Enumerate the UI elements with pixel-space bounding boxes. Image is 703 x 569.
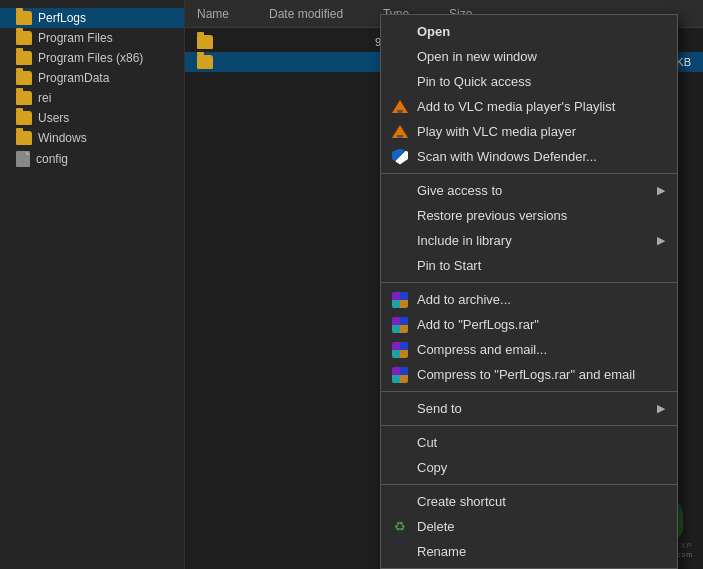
menu-item-label: Scan with Windows Defender... (417, 149, 597, 164)
menu-item-label: Compress to "PerfLogs.rar" and email (417, 367, 635, 382)
rar-icon (391, 366, 409, 384)
menu-item-label: Restore previous versions (417, 208, 567, 223)
submenu-arrow-icon: ▶ (657, 234, 665, 247)
menu-item-restore-versions[interactable]: Restore previous versions (381, 203, 677, 228)
menu-item-label: Create shortcut (417, 494, 506, 509)
sidebar-item-label: Windows (38, 131, 87, 145)
menu-item-label: Delete (417, 519, 455, 534)
recycle-icon: ♻ (391, 518, 409, 536)
sidebar-item-program-files[interactable]: Program Files (0, 28, 184, 48)
no-icon (391, 182, 409, 200)
menu-item-label: Rename (417, 544, 466, 559)
menu-item-delete[interactable]: ♻Delete (381, 514, 677, 539)
menu-item-compress-email[interactable]: Compress and email... (381, 337, 677, 362)
menu-separator (381, 282, 677, 283)
folder-icon (197, 55, 213, 69)
menu-item-pin-start[interactable]: Pin to Start (381, 253, 677, 278)
folder-icon (16, 71, 32, 85)
menu-item-label: Include in library (417, 233, 512, 248)
menu-item-label: Send to (417, 401, 462, 416)
defender-icon (391, 148, 409, 166)
menu-item-open[interactable]: Open (381, 19, 677, 44)
folder-icon (16, 131, 32, 145)
sidebar-item-label: Program Files (x86) (38, 51, 143, 65)
vlc-icon (391, 98, 409, 116)
no-icon (391, 459, 409, 477)
no-icon (391, 257, 409, 275)
menu-separator (381, 173, 677, 174)
rar-icon (391, 316, 409, 334)
menu-item-create-shortcut[interactable]: Create shortcut (381, 489, 677, 514)
sidebar-item-label: Program Files (38, 31, 113, 45)
sidebar-item-label: PerfLogs (38, 11, 86, 25)
no-icon (391, 493, 409, 511)
folder-icon (16, 31, 32, 45)
no-icon (391, 48, 409, 66)
sidebar-item-program-files-x86[interactable]: Program Files (x86) (0, 48, 184, 68)
menu-item-open-new-window[interactable]: Open in new window (381, 44, 677, 69)
sidebar: PerfLogsProgram FilesProgram Files (x86)… (0, 0, 185, 569)
file-icon (16, 151, 30, 167)
no-icon (391, 73, 409, 91)
folder-icon (16, 111, 32, 125)
submenu-arrow-icon: ▶ (657, 402, 665, 415)
menu-item-label: Add to VLC media player's Playlist (417, 99, 615, 114)
menu-item-label: Add to archive... (417, 292, 511, 307)
menu-item-rename[interactable]: Rename (381, 539, 677, 564)
folder-icon (197, 35, 213, 49)
sidebar-item-label: config (36, 152, 68, 166)
menu-item-label: Give access to (417, 183, 502, 198)
sidebar-item-windows[interactable]: Windows (0, 128, 184, 148)
menu-item-add-perflogs-rar[interactable]: Add to "PerfLogs.rar" (381, 312, 677, 337)
menu-item-send-to[interactable]: Send to▶ (381, 396, 677, 421)
rar-icon (391, 341, 409, 359)
menu-item-label: Pin to Quick access (417, 74, 531, 89)
col-date: Date modified (269, 7, 343, 21)
menu-item-add-archive[interactable]: Add to archive... (381, 287, 677, 312)
sidebar-item-label: rei (38, 91, 51, 105)
no-icon (391, 23, 409, 41)
no-icon (391, 434, 409, 452)
menu-item-play-vlc[interactable]: Play with VLC media player (381, 119, 677, 144)
sidebar-item-label: ProgramData (38, 71, 109, 85)
main-content: Name Date modified Type Size 9/15/2018 1… (185, 0, 703, 569)
menu-separator (381, 391, 677, 392)
menu-item-scan-defender[interactable]: Scan with Windows Defender... (381, 144, 677, 169)
submenu-arrow-icon: ▶ (657, 184, 665, 197)
explorer-window: PerfLogsProgram FilesProgram Files (x86)… (0, 0, 703, 569)
menu-item-give-access[interactable]: Give access to▶ (381, 178, 677, 203)
col-name: Name (197, 7, 229, 21)
menu-item-label: Open in new window (417, 49, 537, 64)
menu-item-pin-quick-access[interactable]: Pin to Quick access (381, 69, 677, 94)
no-icon (391, 232, 409, 250)
menu-item-label: Add to "PerfLogs.rar" (417, 317, 539, 332)
menu-item-cut[interactable]: Cut (381, 430, 677, 455)
menu-item-compress-perflogs-email[interactable]: Compress to "PerfLogs.rar" and email (381, 362, 677, 387)
context-menu: OpenOpen in new windowPin to Quick acces… (380, 14, 678, 569)
no-icon (391, 400, 409, 418)
sidebar-item-perflogs[interactable]: PerfLogs (0, 8, 184, 28)
folder-icon (16, 91, 32, 105)
sidebar-item-rei[interactable]: rei (0, 88, 184, 108)
sidebar-item-config[interactable]: config (0, 148, 184, 170)
menu-item-copy[interactable]: Copy (381, 455, 677, 480)
no-icon (391, 207, 409, 225)
vlc-icon (391, 123, 409, 141)
menu-item-label: Pin to Start (417, 258, 481, 273)
menu-separator (381, 425, 677, 426)
menu-item-include-library[interactable]: Include in library▶ (381, 228, 677, 253)
rar-icon (391, 291, 409, 309)
sidebar-item-label: Users (38, 111, 69, 125)
folder-icon (16, 11, 32, 25)
menu-item-label: Cut (417, 435, 437, 450)
menu-item-label: Open (417, 24, 450, 39)
menu-separator (381, 484, 677, 485)
folder-icon (16, 51, 32, 65)
no-icon (391, 543, 409, 561)
menu-item-label: Compress and email... (417, 342, 547, 357)
menu-item-add-vlc-playlist[interactable]: Add to VLC media player's Playlist (381, 94, 677, 119)
menu-item-label: Play with VLC media player (417, 124, 576, 139)
menu-item-label: Copy (417, 460, 447, 475)
sidebar-item-users[interactable]: Users (0, 108, 184, 128)
sidebar-item-programdata[interactable]: ProgramData (0, 68, 184, 88)
